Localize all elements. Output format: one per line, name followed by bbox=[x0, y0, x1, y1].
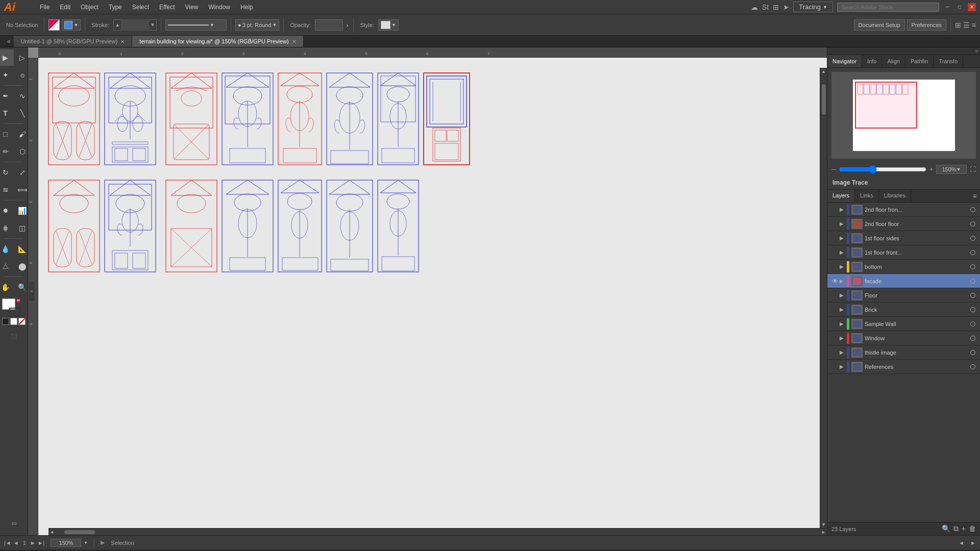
vscroll-down-arrow[interactable]: ▼ bbox=[821, 522, 826, 527]
stroke-value-input[interactable]: 0.316 pt bbox=[121, 19, 149, 31]
direct-select-tool[interactable]: ▷ bbox=[14, 49, 29, 66]
layer-target-5[interactable] bbox=[969, 279, 977, 284]
layer-target-1[interactable] bbox=[969, 221, 977, 227]
zoom-tool[interactable]: 🔍 bbox=[14, 279, 29, 295]
canvas-vscroll[interactable]: ▲ ▼ bbox=[820, 68, 827, 528]
opacity-more-icon[interactable]: › bbox=[346, 21, 349, 29]
menu-window[interactable]: Window bbox=[203, 3, 235, 12]
layer-target-9[interactable] bbox=[969, 336, 977, 341]
magic-wand-tool[interactable]: ✦ bbox=[0, 67, 14, 83]
locate-object-icon[interactable]: 🔍 bbox=[942, 524, 950, 533]
pen-tool[interactable]: ✒ bbox=[0, 88, 14, 104]
layer-target-0[interactable] bbox=[969, 207, 977, 212]
menu-effect[interactable]: Effect bbox=[154, 3, 180, 12]
minimize-button[interactable]: ─ bbox=[943, 3, 951, 11]
nav-icon[interactable]: ➤ bbox=[783, 3, 789, 11]
layer-row-5[interactable]: 👁▶facade bbox=[827, 274, 980, 288]
menu-select[interactable]: Select bbox=[127, 3, 154, 12]
zoom-value-display[interactable]: 150% ▼ bbox=[936, 165, 967, 174]
rectangle-tool[interactable]: □ bbox=[0, 126, 14, 142]
layer-row-0[interactable]: ▶2nd floor fron... bbox=[827, 203, 980, 217]
selection-tool[interactable]: ▶ bbox=[0, 49, 14, 66]
layer-row-7[interactable]: ▶Brick bbox=[827, 303, 980, 317]
canvas-scroll-left-icon[interactable]: ◄ bbox=[959, 540, 964, 546]
curvature-tool[interactable]: ∿ bbox=[14, 88, 29, 104]
close-button[interactable]: ✕ bbox=[968, 3, 976, 11]
pencil-tool[interactable]: ✏ bbox=[0, 143, 14, 160]
document-setup-button[interactable]: Document Setup bbox=[854, 19, 905, 31]
delete-layer-icon[interactable]: 🗑 bbox=[969, 524, 976, 533]
lasso-tool[interactable]: ⌾ bbox=[14, 67, 29, 83]
layer-expand-11[interactable]: ▶ bbox=[840, 364, 847, 369]
layer-target-3[interactable] bbox=[969, 250, 977, 255]
search-input[interactable] bbox=[837, 3, 939, 12]
eraser-tool[interactable]: ◫ bbox=[14, 220, 29, 236]
layer-row-4[interactable]: ▶bottom bbox=[827, 260, 980, 274]
stroke-swatch[interactable] bbox=[9, 308, 20, 317]
layer-row-11[interactable]: ▶References bbox=[827, 360, 980, 374]
panel-collapse-left[interactable]: « bbox=[28, 281, 35, 302]
tracing-button[interactable]: Tracing ▼ bbox=[793, 2, 833, 12]
layers-tab-links[interactable]: Links bbox=[855, 190, 879, 202]
layer-expand-9[interactable]: ▶ bbox=[840, 335, 847, 341]
preferences-button[interactable]: Preferences bbox=[907, 19, 946, 31]
status-prev-icon[interactable]: |◄ bbox=[4, 540, 11, 546]
tab-1[interactable]: terrain building for viewing.ai* @ 150% … bbox=[132, 36, 303, 47]
menu-view[interactable]: View bbox=[180, 3, 204, 12]
layer-expand-8[interactable]: ▶ bbox=[840, 321, 847, 327]
status-zoom-input[interactable] bbox=[51, 539, 81, 547]
canvas-hscroll[interactable]: ◄ ► bbox=[48, 528, 827, 535]
menu-edit[interactable]: Edit bbox=[55, 3, 76, 12]
opacity-input[interactable]: 100% bbox=[315, 19, 343, 31]
canvas-content[interactable]: ◄ ► ▲ ▼ bbox=[38, 58, 827, 535]
menu-object[interactable]: Object bbox=[76, 3, 104, 12]
more-icon[interactable]: ≡ bbox=[972, 21, 976, 29]
zoom-fit-icon[interactable]: ⛶ bbox=[970, 166, 976, 173]
layer-visibility-5[interactable]: 👁 bbox=[830, 278, 840, 285]
nav-tab-info[interactable]: Info bbox=[862, 55, 882, 67]
hscroll-left-arrow[interactable]: ◄ bbox=[50, 530, 54, 535]
layer-target-10[interactable] bbox=[969, 350, 977, 355]
zoom-dropdown-icon[interactable]: ▼ bbox=[957, 167, 961, 172]
panel-collapse-right[interactable]: » bbox=[975, 48, 978, 54]
canvas-area[interactable]: 0 1 2 3 4 5 6 7 1 2 3 4 5 bbox=[28, 47, 827, 535]
status-zoom-dropdown-icon[interactable]: ▼ bbox=[83, 540, 88, 545]
white-swatch[interactable] bbox=[10, 318, 17, 325]
warp-tool[interactable]: ≋ bbox=[0, 182, 14, 198]
align-icon[interactable]: ☰ bbox=[963, 21, 970, 29]
zoom-in-icon[interactable]: + bbox=[929, 166, 933, 173]
width-tool[interactable]: ⟺ bbox=[14, 182, 29, 198]
live-paint-tool[interactable]: ⬤ bbox=[14, 258, 29, 274]
nav-tab-transform[interactable]: Transfo bbox=[934, 55, 963, 67]
layers-tab-layers[interactable]: Layers bbox=[827, 190, 855, 202]
type-tool[interactable]: T bbox=[0, 105, 14, 121]
menu-help[interactable]: Help bbox=[235, 3, 258, 12]
stroke-round-dropdown[interactable]: ● 3 pt. Round ▼ bbox=[235, 19, 279, 31]
tab-1-close[interactable]: ✕ bbox=[292, 39, 296, 44]
layer-expand-1[interactable]: ▶ bbox=[840, 221, 847, 227]
tab-0-close[interactable]: ✕ bbox=[120, 39, 125, 44]
layer-expand-10[interactable]: ▶ bbox=[840, 349, 847, 355]
nav-tab-pathfinder[interactable]: Pathfin bbox=[905, 55, 934, 67]
layer-row-1[interactable]: ▶2nd floor floor bbox=[827, 217, 980, 231]
layer-row-6[interactable]: ▶Floor bbox=[827, 288, 980, 303]
share-icon[interactable]: St bbox=[762, 3, 769, 11]
hscroll-thumb[interactable] bbox=[64, 530, 95, 534]
create-new-layer-icon[interactable]: + bbox=[962, 524, 966, 533]
layer-row-8[interactable]: ▶Sample Wall bbox=[827, 317, 980, 331]
arrange-icon[interactable]: ⊞ bbox=[955, 21, 961, 29]
status-back-icon[interactable]: ◄ bbox=[13, 540, 19, 546]
make-clipping-mask-icon[interactable]: ⧉ bbox=[953, 524, 959, 533]
slice-tool[interactable]: ⋕ bbox=[0, 220, 14, 236]
layer-expand-4[interactable]: ▶ bbox=[840, 264, 847, 269]
fill-stroke-swatch[interactable]: ⇄ bbox=[2, 298, 20, 317]
measure-tool[interactable]: 📐 bbox=[14, 241, 29, 257]
none-swatch[interactable] bbox=[18, 318, 26, 325]
menu-type[interactable]: Type bbox=[104, 3, 127, 12]
menu-file[interactable]: File bbox=[35, 3, 55, 12]
vscroll-thumb[interactable] bbox=[822, 84, 826, 115]
swap-icon[interactable]: ⇄ bbox=[16, 298, 20, 303]
black-swatch[interactable] bbox=[2, 318, 9, 325]
artboard-tool[interactable]: ▭ bbox=[6, 515, 22, 531]
symbol-sprayer-tool[interactable]: ✸ bbox=[0, 203, 14, 219]
